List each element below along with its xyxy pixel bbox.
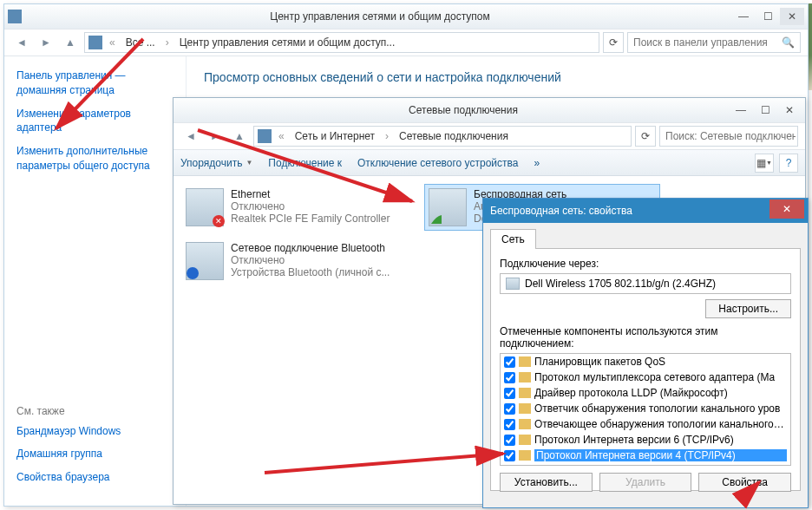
more-button[interactable]: » bbox=[534, 157, 540, 169]
component-icon bbox=[519, 450, 531, 461]
device-name: Dell Wireless 1705 802.11b/g/n (2.4GHZ) bbox=[525, 278, 716, 290]
back-button[interactable]: ◄ bbox=[180, 126, 201, 147]
back-button[interactable]: ◄ bbox=[11, 32, 32, 53]
w2-titlebar[interactable]: Сетевые подключения — ☐ ✕ bbox=[174, 98, 805, 122]
adapter-item[interactable]: Сетевое подключение Bluetooth Отключено … bbox=[182, 239, 416, 284]
adapter-name: Ethernet bbox=[231, 188, 413, 200]
remove-button[interactable]: Удалить bbox=[599, 473, 692, 492]
maximize-button[interactable]: ☐ bbox=[756, 8, 780, 25]
component-icon bbox=[519, 388, 531, 398]
adapter-item[interactable]: Ethernet Отключено Realtek PCIe FE Famil… bbox=[182, 185, 416, 230]
component-checkbox[interactable] bbox=[504, 450, 515, 461]
close-button[interactable]: ✕ bbox=[769, 199, 804, 219]
adapter-name: Сетевое подключение Bluetooth bbox=[231, 242, 413, 254]
w1-address-bar: ◄ ► ▲ « Все ... › Центр управления сетям… bbox=[4, 29, 808, 56]
sharing-settings-link[interactable]: Изменить дополнительные параметры общего… bbox=[16, 144, 174, 173]
minimize-button[interactable]: — bbox=[731, 8, 756, 25]
component-row[interactable]: Протокол Интернета версии 6 (TCP/IPv6) bbox=[501, 432, 790, 448]
configure-button[interactable]: Настроить... bbox=[705, 299, 791, 318]
adapter-status: Отключено bbox=[231, 254, 413, 266]
connect-via-label: Подключение через: bbox=[500, 258, 791, 270]
see-also-header: См. также bbox=[16, 405, 181, 417]
adapter-icon bbox=[186, 188, 224, 226]
forward-button[interactable]: ► bbox=[205, 126, 226, 147]
crumb2[interactable]: Сетевые подключения bbox=[396, 128, 512, 144]
w2-toolbar: Упорядочить▼ Подключение к Отключение се… bbox=[174, 150, 805, 176]
tab-row: Сеть bbox=[483, 223, 808, 248]
homegroup-link[interactable]: Домашняя группа bbox=[16, 447, 181, 461]
help-button[interactable]: ? bbox=[779, 154, 798, 173]
adapter-status: Отключено bbox=[231, 200, 413, 212]
properties-dialog: Беспроводная сеть: свойства ✕ Сеть Подкл… bbox=[482, 198, 809, 508]
properties-button[interactable]: Свойства bbox=[698, 473, 791, 492]
adapter-icon bbox=[429, 188, 467, 226]
crumb1[interactable]: Сеть и Интернет bbox=[291, 128, 378, 144]
component-label: Планировщик пакетов QoS bbox=[534, 356, 787, 368]
forward-button[interactable]: ► bbox=[36, 32, 56, 53]
adapter-icon bbox=[506, 278, 520, 290]
w1-sidebar: Панель управления — домашняя страница Из… bbox=[4, 56, 187, 506]
adapter-device: Устройства Bluetooth (личной с... bbox=[231, 266, 413, 278]
crumb-sep: « bbox=[106, 35, 119, 50]
up-button[interactable]: ▲ bbox=[229, 126, 250, 147]
crumb1[interactable]: Все ... bbox=[122, 35, 159, 50]
connect-button[interactable]: Подключение к bbox=[268, 157, 342, 169]
address-box[interactable]: « Все ... › Центр управления сетями и об… bbox=[84, 32, 599, 53]
component-label: Протокол Интернета версии 4 (TCP/IPv4) bbox=[534, 449, 787, 461]
up-button[interactable]: ▲ bbox=[60, 32, 81, 53]
refresh-button[interactable]: ⟳ bbox=[635, 126, 656, 147]
network-center-icon bbox=[8, 10, 22, 23]
firewall-link[interactable]: Брандмауэр Windows bbox=[16, 424, 181, 439]
adapter-settings-link[interactable]: Изменение параметров адаптера bbox=[16, 107, 174, 136]
component-checkbox[interactable] bbox=[504, 372, 515, 383]
install-button[interactable]: Установить... bbox=[500, 473, 593, 492]
search-box[interactable] bbox=[659, 126, 798, 147]
component-label: Протокол Интернета версии 6 (TCP/IPv6) bbox=[534, 434, 787, 446]
component-checkbox[interactable] bbox=[504, 388, 515, 399]
cp-home-link[interactable]: Панель управления — домашняя страница bbox=[16, 69, 174, 98]
search-box[interactable]: 🔍 bbox=[627, 32, 801, 53]
w3-title: Беспроводная сеть: свойства bbox=[490, 205, 769, 217]
component-label: Протокол мультиплексора сетевого адаптер… bbox=[534, 371, 787, 383]
component-row[interactable]: Протокол мультиплексора сетевого адаптер… bbox=[501, 369, 790, 385]
component-icon bbox=[519, 356, 531, 367]
w1-titlebar[interactable]: Центр управления сетями и общим доступом… bbox=[4, 4, 808, 29]
component-row[interactable]: Драйвер протокола LLDP (Майкрософт) bbox=[501, 385, 790, 401]
component-checkbox[interactable] bbox=[504, 419, 515, 430]
tab-panel: Подключение через: Dell Wireless 1705 80… bbox=[490, 248, 801, 491]
component-icon bbox=[519, 435, 531, 445]
component-checkbox[interactable] bbox=[504, 435, 515, 446]
minimize-button[interactable]: — bbox=[729, 101, 753, 119]
connections-icon bbox=[258, 129, 272, 143]
browser-link[interactable]: Свойства браузера bbox=[16, 470, 181, 485]
close-button[interactable]: ✕ bbox=[780, 8, 804, 25]
crumb2[interactable]: Центр управления сетями и общим доступ..… bbox=[176, 35, 399, 50]
view-button[interactable]: ▦▼ bbox=[755, 154, 774, 173]
component-checkbox[interactable] bbox=[504, 403, 515, 415]
search-input[interactable] bbox=[665, 130, 796, 142]
w3-titlebar[interactable]: Беспроводная сеть: свойства ✕ bbox=[483, 199, 808, 223]
component-row[interactable]: Ответчик обнаружения топологии канальног… bbox=[501, 401, 790, 416]
search-input[interactable] bbox=[633, 36, 782, 49]
main-heading: Просмотр основных сведений о сети и наст… bbox=[204, 70, 790, 84]
close-button[interactable]: ✕ bbox=[777, 101, 802, 119]
component-label: Ответчик обнаружения топологии канальног… bbox=[534, 402, 787, 415]
disable-button[interactable]: Отключение сетевого устройства bbox=[357, 157, 518, 169]
components-label: Отмеченные компоненты используются этим … bbox=[500, 325, 791, 350]
component-label: Отвечающее обнаружения топологии канальн… bbox=[534, 418, 787, 430]
component-checkbox[interactable] bbox=[504, 356, 515, 368]
component-row[interactable]: Отвечающее обнаружения топологии канальн… bbox=[501, 416, 790, 432]
tab-network[interactable]: Сеть bbox=[490, 229, 536, 249]
address-box[interactable]: « Сеть и Интернет › Сетевые подключения bbox=[253, 126, 632, 147]
component-list[interactable]: Планировщик пакетов QoS Протокол мультип… bbox=[500, 353, 791, 466]
refresh-button[interactable]: ⟳ bbox=[603, 32, 624, 53]
maximize-button[interactable]: ☐ bbox=[753, 101, 777, 119]
component-icon bbox=[519, 403, 531, 414]
component-icon bbox=[519, 419, 531, 429]
device-box: Dell Wireless 1705 802.11b/g/n (2.4GHZ) bbox=[500, 273, 791, 294]
organize-button[interactable]: Упорядочить▼ bbox=[180, 157, 252, 169]
search-icon: 🔍 bbox=[782, 36, 795, 49]
component-row[interactable]: Планировщик пакетов QoS bbox=[501, 354, 790, 369]
component-row[interactable]: Протокол Интернета версии 4 (TCP/IPv4) bbox=[501, 448, 790, 463]
cp-icon bbox=[88, 36, 102, 49]
